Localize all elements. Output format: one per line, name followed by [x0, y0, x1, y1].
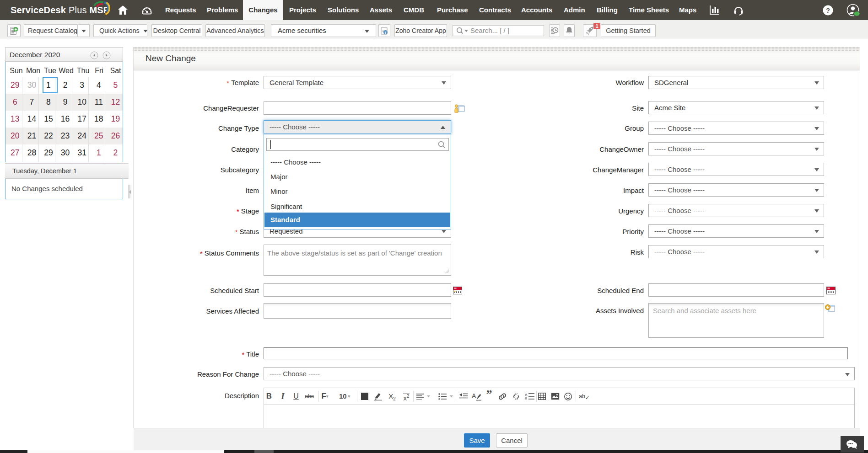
svg-text:A: A [525, 393, 528, 397]
svg-text:A: A [472, 392, 476, 400]
svg-text:?: ? [826, 7, 830, 14]
